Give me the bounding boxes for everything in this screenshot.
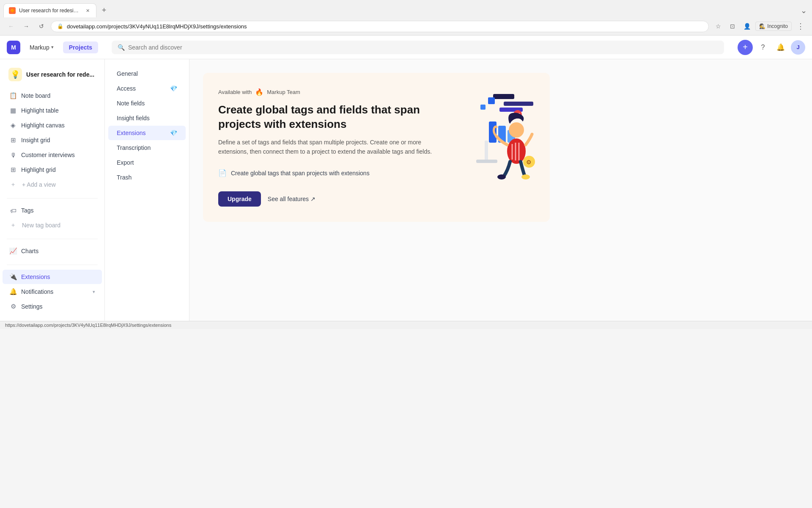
sidebar-item-settings[interactable]: ⚙ Settings xyxy=(3,299,102,314)
tab-bar: 🔶 User research for redesigned ✕ + ⌄ xyxy=(0,0,812,17)
project-header[interactable]: 💡 User research for rede... xyxy=(2,64,103,85)
note-fields-label: Note fields xyxy=(117,100,145,107)
sidebar-item-tags[interactable]: 🏷 Tags xyxy=(3,203,102,218)
notifications-button[interactable]: 🔔 xyxy=(773,40,788,55)
add-view-label: + Add a view xyxy=(22,181,56,188)
back-button[interactable]: ← xyxy=(5,20,17,32)
svg-rect-4 xyxy=(476,160,497,163)
access-label: Access xyxy=(117,85,136,92)
active-tab[interactable]: 🔶 User research for redesigned ✕ xyxy=(3,3,96,17)
charts-icon: 📈 xyxy=(9,247,17,255)
url-bar[interactable]: 🔒 dovetailapp.com/projects/3KV4yNUq11E8l… xyxy=(51,21,709,32)
lock-icon: 🔒 xyxy=(57,23,63,29)
profile-icon[interactable]: 👤 xyxy=(741,20,753,32)
projects-button[interactable]: Projects xyxy=(63,41,98,53)
highlight-grid-label: Highlight grid xyxy=(21,166,95,173)
customer-interviews-label: Customer interviews xyxy=(21,152,95,158)
transcription-label: Transcription xyxy=(117,144,151,151)
browser-chrome: 🔶 User research for redesigned ✕ + ⌄ ← →… xyxy=(0,0,812,36)
team-emoji: 🔥 xyxy=(255,88,263,96)
bookmark-icon[interactable]: ☆ xyxy=(712,20,724,32)
reload-button[interactable]: ↺ xyxy=(36,20,47,32)
search-input[interactable] xyxy=(128,44,718,51)
forward-button[interactable]: → xyxy=(20,20,32,32)
add-view-plus-icon: ＋ xyxy=(10,181,16,188)
settings-nav-general[interactable]: General xyxy=(108,66,186,81)
highlight-canvas-icon: ◈ xyxy=(9,121,17,129)
settings-label: Settings xyxy=(21,303,95,310)
see-features-link[interactable]: See all features ↗ xyxy=(268,196,315,202)
illustration: ✕ xyxy=(438,81,540,183)
topbar-actions: + ? 🔔 J xyxy=(738,40,805,55)
extensions-icon: 🔌 xyxy=(9,273,17,281)
browser-menu-button[interactable]: ⋮ xyxy=(794,20,807,33)
sidebar-item-highlight-grid[interactable]: ⊞ Highlight grid xyxy=(3,163,102,177)
settings-nav-extensions[interactable]: Extensions 💎 xyxy=(108,126,186,140)
settings-icon: ⚙ xyxy=(9,303,17,310)
sidebar-item-customer-interviews[interactable]: 🎙 Customer interviews xyxy=(3,148,102,162)
settings-nav-insight-fields[interactable]: Insight fields xyxy=(108,111,186,125)
notifications-label: Notifications xyxy=(21,288,88,295)
svg-point-11 xyxy=(507,138,526,164)
add-view-button[interactable]: ＋ + Add a view xyxy=(3,177,102,192)
settings-nav-note-fields[interactable]: Note fields xyxy=(108,96,186,110)
customer-interviews-icon: 🎙 xyxy=(9,151,17,159)
upgrade-button[interactable]: Upgrade xyxy=(218,191,261,207)
svg-point-16 xyxy=(521,174,530,179)
project-name: User research for rede... xyxy=(26,71,94,78)
sidebar-item-charts[interactable]: 📈 Charts xyxy=(3,244,102,258)
settings-nav-access[interactable]: Access 💎 xyxy=(108,81,186,96)
tags-icon: 🏷 xyxy=(9,207,17,214)
document-icon: 📄 xyxy=(218,169,227,177)
highlight-grid-icon: ⊞ xyxy=(9,166,17,174)
bottom-section: 🔌 Extensions 🔔 Notifications ▾ ⚙ Setting… xyxy=(0,269,104,314)
upgrade-card: Available with 🔥 Markup Team Create glob… xyxy=(203,73,550,222)
new-tag-board-button[interactable]: ＋ New tag board xyxy=(3,218,102,232)
browser-actions: ☆ ⊡ 👤 🕵 Incognito ⋮ xyxy=(712,20,807,33)
sidebar-item-insight-grid[interactable]: ⊞ Insight grid xyxy=(3,133,102,147)
card-title: Create global tags and fields that span … xyxy=(218,103,438,132)
available-text: Available with xyxy=(218,89,252,95)
search-bar[interactable]: 🔍 xyxy=(112,41,724,54)
tags-label: Tags xyxy=(21,207,95,214)
create-button[interactable]: + xyxy=(738,40,753,55)
extensions-nav-label: Extensions xyxy=(117,130,145,136)
sidebar: 💡 User research for rede... 📋 Note board… xyxy=(0,59,105,321)
incognito-badge[interactable]: 🕵 Incognito xyxy=(755,22,792,31)
settings-nav-transcription[interactable]: Transcription xyxy=(108,141,186,155)
access-premium-icon: 💎 xyxy=(170,85,177,92)
note-board-label: Note board xyxy=(21,92,95,99)
note-board-icon: 📋 xyxy=(9,92,17,99)
settings-nav: General Access 💎 Note fields Insight fie… xyxy=(105,59,189,321)
notifications-icon: 🔔 xyxy=(9,288,17,295)
sidebar-item-notifications[interactable]: 🔔 Notifications ▾ xyxy=(3,284,102,299)
main-content: 💡 User research for rede... 📋 Note board… xyxy=(0,59,812,321)
export-label: Export xyxy=(117,159,134,166)
svg-rect-3 xyxy=(485,141,488,162)
help-button[interactable]: ? xyxy=(755,40,771,55)
workspace-dropdown[interactable]: Markup ▾ xyxy=(25,41,58,53)
workspace-name: Markup xyxy=(30,44,49,51)
insight-fields-label: Insight fields xyxy=(117,115,150,121)
cast-icon[interactable]: ⊡ xyxy=(727,20,738,32)
general-label: General xyxy=(117,70,138,77)
views-section: 📋 Note board ▦ Highlight table ◈ Highlig… xyxy=(0,88,104,192)
insight-grid-icon: ⊞ xyxy=(9,136,17,144)
sidebar-item-extensions[interactable]: 🔌 Extensions xyxy=(3,270,102,284)
settings-nav-export[interactable]: Export xyxy=(108,155,186,170)
trash-label: Trash xyxy=(117,174,132,181)
workspace-badge[interactable]: M xyxy=(7,41,20,54)
tab-favicon: 🔶 xyxy=(9,7,16,14)
avatar[interactable]: J xyxy=(791,40,805,55)
tab-close-button[interactable]: ✕ xyxy=(84,7,91,14)
tab-menu-button[interactable]: ⌄ xyxy=(799,4,809,17)
sidebar-item-note-board[interactable]: 📋 Note board xyxy=(3,88,102,103)
project-icon: 💡 xyxy=(8,68,22,81)
sidebar-item-highlight-canvas[interactable]: ◈ Highlight canvas xyxy=(3,118,102,133)
settings-nav-trash[interactable]: Trash xyxy=(108,170,186,185)
feature-item-label: Create global tags that span projects wi… xyxy=(231,170,370,177)
tab-title: User research for redesigned xyxy=(19,8,81,14)
sidebar-item-highlight-table[interactable]: ▦ Highlight table xyxy=(3,103,102,118)
sidebar-divider-2 xyxy=(7,239,98,239)
new-tab-button[interactable]: + xyxy=(98,5,110,17)
